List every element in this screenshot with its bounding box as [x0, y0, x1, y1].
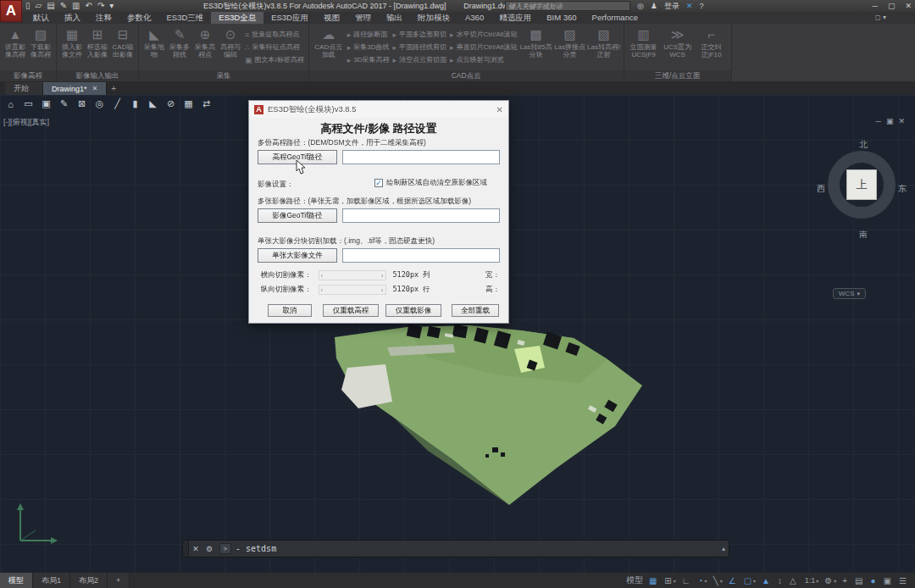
- facade-measure-ucs[interactable]: ▥立面测量UCS|F9: [627, 25, 661, 58]
- window-close-button[interactable]: ✕: [905, 2, 912, 10]
- ribbon-tab[interactable]: ES3D三维: [159, 12, 212, 24]
- slider-right-arrow-icon[interactable]: ›: [381, 286, 384, 294]
- hatch-icon[interactable]: ✎: [57, 97, 71, 111]
- pointcloud-browse[interactable]: ▸点云映射与浏览: [450, 53, 518, 66]
- dialog-title-bar[interactable]: A ES3D智绘(全模块)v3.8.5 ✕: [249, 101, 508, 118]
- path-profile[interactable]: ▸路径纵断面: [347, 28, 390, 41]
- command-close-icon[interactable]: ✕: [189, 545, 202, 553]
- save-as-icon[interactable]: ✎: [60, 0, 67, 12]
- annotation-scale-icon[interactable]: △: [790, 576, 798, 585]
- table-icon[interactable]: ▦: [181, 97, 196, 111]
- view-cube[interactable]: 北 南 西 东 上 WCS▾: [824, 139, 900, 239]
- viewcube-south[interactable]: 南: [859, 229, 868, 241]
- batch-extract-elevation[interactable]: ≡批量提取高程点: [245, 28, 304, 41]
- large-image-file-button[interactable]: 单张大影像文件: [258, 248, 337, 263]
- reload-all-button[interactable]: 全部重载: [452, 304, 499, 317]
- pan-icon[interactable]: ▭: [21, 97, 36, 111]
- ribbon-tab[interactable]: BIM 360: [539, 12, 584, 24]
- vp-restore-button[interactable]: ▣: [886, 117, 899, 125]
- zoom-icon[interactable]: ◎: [92, 97, 107, 111]
- insert-image-file[interactable]: ▦插入影像文件: [59, 25, 85, 58]
- layout-tab[interactable]: 布局1: [33, 573, 70, 588]
- slider-left-arrow-icon[interactable]: ‹: [321, 272, 324, 280]
- search-input[interactable]: 键入关键字或短语: [505, 1, 630, 11]
- open-icon[interactable]: ▱: [36, 0, 42, 12]
- annotation-visibility-icon[interactable]: ▲: [762, 576, 772, 585]
- viewcube-north[interactable]: 北: [859, 139, 868, 151]
- layout-tab[interactable]: 模型: [0, 573, 33, 588]
- image-geotif-path-button[interactable]: 影像GeoTif路径: [258, 208, 337, 223]
- workspace-gear-icon[interactable]: ⚙▾: [824, 576, 836, 585]
- ribbon-tab[interactable]: 插入: [57, 12, 88, 24]
- column-icon[interactable]: ▮: [128, 97, 142, 111]
- redo-icon[interactable]: ↷: [97, 0, 104, 12]
- command-tools-icon[interactable]: ⚙: [202, 545, 216, 553]
- clean-screen-icon[interactable]: ▣: [884, 576, 893, 585]
- annotation-scale-value[interactable]: 1:1▾: [804, 576, 819, 585]
- sheet-icon[interactable]: ⇄: [199, 97, 214, 111]
- download-image-elevation[interactable]: ▨下载影像高程: [28, 25, 53, 58]
- dialog-close-icon[interactable]: ✕: [496, 105, 503, 114]
- ribbon-tab[interactable]: ES3D应用: [263, 12, 316, 24]
- graphics-performance-icon[interactable]: ●: [871, 576, 878, 585]
- plane-polygon-clip[interactable]: ▸平面多边形剪切: [393, 28, 447, 41]
- viewport-icon[interactable]: ▣: [39, 97, 53, 111]
- sign-in-button[interactable]: 登录: [664, 1, 679, 12]
- exchange-apps-icon[interactable]: ✕: [686, 2, 693, 10]
- collect-feature-elevation[interactable]: ∴采集特征点高程: [245, 41, 304, 53]
- viewcube-top-face[interactable]: 上: [846, 169, 877, 200]
- new-tab-button[interactable]: +: [107, 82, 120, 95]
- measure-icon[interactable]: ◣: [146, 97, 160, 111]
- ribbon-tab[interactable]: 附加模块: [410, 12, 458, 24]
- ribbon-tab[interactable]: 默认: [25, 12, 57, 24]
- autocad-logo[interactable]: A: [0, 0, 22, 22]
- cancel-button[interactable]: 取消: [268, 304, 312, 317]
- quick-properties-icon[interactable]: ▤: [855, 576, 864, 585]
- save-icon[interactable]: ▤: [47, 0, 54, 12]
- command-line[interactable]: ✕ ⚙ ＞ - setdsm ▴: [182, 540, 729, 557]
- las-to-85-block[interactable]: ▩Las转85高分块: [519, 25, 553, 58]
- reload-elevation-button[interactable]: 仅重载高程: [323, 304, 379, 317]
- undo-icon[interactable]: ↶: [86, 0, 92, 12]
- plane-path-clip[interactable]: ▸平面路径线剪切: [393, 41, 447, 53]
- ribbon-tab[interactable]: 输出: [379, 12, 410, 24]
- layout-tab[interactable]: 布局2: [70, 573, 108, 588]
- grid-icon[interactable]: ▦: [649, 576, 658, 585]
- annotation-autoscale-icon[interactable]: ↕: [778, 576, 784, 585]
- las-to-ortho[interactable]: ▧Las转高程/正射: [587, 25, 621, 58]
- osnap-tracking-icon[interactable]: ∠: [729, 576, 738, 585]
- command-history-up-icon[interactable]: ▴: [722, 545, 729, 552]
- ellipse-icon[interactable]: ⊘: [164, 97, 178, 111]
- collect-polyline[interactable]: ✎采集多段线: [167, 25, 192, 58]
- las-merge-classify[interactable]: ▨Las拼接点分类: [553, 25, 587, 58]
- qat-dropdown-icon[interactable]: ▾: [109, 0, 114, 12]
- window-maximize-button[interactable]: ▢: [888, 2, 896, 10]
- annotation-monitor-icon[interactable]: +: [842, 576, 849, 585]
- window-minimize-button[interactable]: ─: [873, 2, 878, 10]
- search-binoculars-icon[interactable]: ◎: [637, 2, 644, 10]
- file-tab[interactable]: Drawing1*✕: [43, 82, 107, 95]
- infer-constraints-icon[interactable]: ∟: [682, 576, 692, 585]
- ribbon-display-toggle[interactable]: ◻ ▾: [875, 12, 886, 24]
- ribbon-tab[interactable]: 管理: [347, 12, 379, 24]
- collect-elevation-point[interactable]: ⊕采集高程点: [192, 25, 218, 58]
- ribbon-tab[interactable]: 参数化: [119, 12, 159, 24]
- command-input[interactable]: - setdsm: [236, 544, 276, 553]
- vp-minimize-button[interactable]: ─: [876, 117, 886, 125]
- collect-feature[interactable]: ◣采集地物: [141, 25, 167, 58]
- ribbon-tab[interactable]: Performance: [585, 12, 646, 24]
- vp-close-button[interactable]: ✕: [898, 117, 910, 125]
- large-image-input[interactable]: [342, 248, 500, 263]
- ribbon-tab[interactable]: 视图: [316, 12, 347, 24]
- viewcube-east[interactable]: 东: [898, 183, 907, 195]
- slider-right-arrow-icon[interactable]: ›: [381, 272, 384, 280]
- horizontal-slice[interactable]: ▸水平切片Ctrl/Alt滚轮: [450, 28, 518, 41]
- file-tab[interactable]: 开始: [5, 82, 43, 95]
- set-image-elevation[interactable]: ▲设置影像高程: [3, 25, 28, 58]
- cad-output-image[interactable]: ⊟CAD输出影像: [110, 25, 136, 58]
- layout-tab[interactable]: +: [108, 573, 130, 588]
- line-icon[interactable]: ╱: [110, 97, 125, 111]
- region-icon[interactable]: ⊠: [75, 97, 89, 111]
- model-space-label[interactable]: 模型: [626, 574, 643, 586]
- polar-tracking-icon[interactable]: ◔▾: [698, 576, 707, 585]
